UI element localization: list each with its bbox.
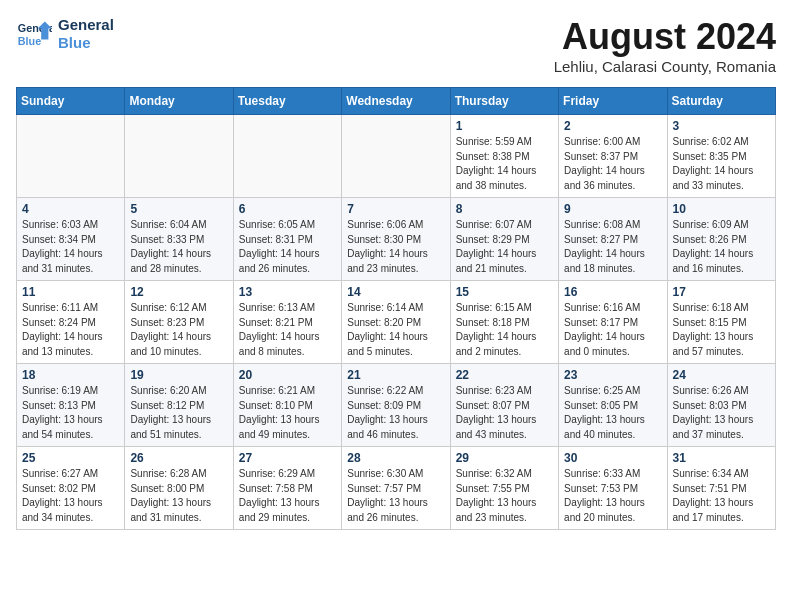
calendar-cell: 5Sunrise: 6:04 AM Sunset: 8:33 PM Daylig… — [125, 198, 233, 281]
day-details: Sunrise: 6:27 AM Sunset: 8:02 PM Dayligh… — [22, 467, 119, 525]
day-number: 2 — [564, 119, 661, 133]
calendar-cell: 22Sunrise: 6:23 AM Sunset: 8:07 PM Dayli… — [450, 364, 558, 447]
calendar-cell: 15Sunrise: 6:15 AM Sunset: 8:18 PM Dayli… — [450, 281, 558, 364]
day-details: Sunrise: 6:00 AM Sunset: 8:37 PM Dayligh… — [564, 135, 661, 193]
day-details: Sunrise: 6:09 AM Sunset: 8:26 PM Dayligh… — [673, 218, 770, 276]
day-number: 13 — [239, 285, 336, 299]
day-details: Sunrise: 6:11 AM Sunset: 8:24 PM Dayligh… — [22, 301, 119, 359]
calendar-cell: 16Sunrise: 6:16 AM Sunset: 8:17 PM Dayli… — [559, 281, 667, 364]
day-details: Sunrise: 6:18 AM Sunset: 8:15 PM Dayligh… — [673, 301, 770, 359]
calendar-body: 1Sunrise: 5:59 AM Sunset: 8:38 PM Daylig… — [17, 115, 776, 530]
day-number: 1 — [456, 119, 553, 133]
logo-text-blue: Blue — [58, 34, 114, 52]
calendar-cell: 30Sunrise: 6:33 AM Sunset: 7:53 PM Dayli… — [559, 447, 667, 530]
calendar-week-1: 1Sunrise: 5:59 AM Sunset: 8:38 PM Daylig… — [17, 115, 776, 198]
day-details: Sunrise: 6:04 AM Sunset: 8:33 PM Dayligh… — [130, 218, 227, 276]
calendar-header: SundayMondayTuesdayWednesdayThursdayFrid… — [17, 88, 776, 115]
calendar-cell: 10Sunrise: 6:09 AM Sunset: 8:26 PM Dayli… — [667, 198, 775, 281]
calendar-cell: 25Sunrise: 6:27 AM Sunset: 8:02 PM Dayli… — [17, 447, 125, 530]
logo: General Blue General Blue — [16, 16, 114, 52]
location-subtitle: Lehliu, Calarasi County, Romania — [554, 58, 776, 75]
day-number: 10 — [673, 202, 770, 216]
calendar-cell: 23Sunrise: 6:25 AM Sunset: 8:05 PM Dayli… — [559, 364, 667, 447]
day-number: 9 — [564, 202, 661, 216]
day-number: 17 — [673, 285, 770, 299]
calendar-cell: 8Sunrise: 6:07 AM Sunset: 8:29 PM Daylig… — [450, 198, 558, 281]
day-number: 20 — [239, 368, 336, 382]
day-details: Sunrise: 6:13 AM Sunset: 8:21 PM Dayligh… — [239, 301, 336, 359]
calendar-cell: 31Sunrise: 6:34 AM Sunset: 7:51 PM Dayli… — [667, 447, 775, 530]
day-details: Sunrise: 6:03 AM Sunset: 8:34 PM Dayligh… — [22, 218, 119, 276]
calendar-cell: 27Sunrise: 6:29 AM Sunset: 7:58 PM Dayli… — [233, 447, 341, 530]
day-details: Sunrise: 6:34 AM Sunset: 7:51 PM Dayligh… — [673, 467, 770, 525]
day-details: Sunrise: 6:32 AM Sunset: 7:55 PM Dayligh… — [456, 467, 553, 525]
calendar-cell: 21Sunrise: 6:22 AM Sunset: 8:09 PM Dayli… — [342, 364, 450, 447]
day-number: 3 — [673, 119, 770, 133]
day-number: 4 — [22, 202, 119, 216]
day-details: Sunrise: 6:29 AM Sunset: 7:58 PM Dayligh… — [239, 467, 336, 525]
calendar-cell: 26Sunrise: 6:28 AM Sunset: 8:00 PM Dayli… — [125, 447, 233, 530]
day-number: 26 — [130, 451, 227, 465]
day-details: Sunrise: 6:15 AM Sunset: 8:18 PM Dayligh… — [456, 301, 553, 359]
calendar-cell: 1Sunrise: 5:59 AM Sunset: 8:38 PM Daylig… — [450, 115, 558, 198]
day-details: Sunrise: 6:23 AM Sunset: 8:07 PM Dayligh… — [456, 384, 553, 442]
calendar-cell — [17, 115, 125, 198]
calendar-cell: 29Sunrise: 6:32 AM Sunset: 7:55 PM Dayli… — [450, 447, 558, 530]
day-number: 18 — [22, 368, 119, 382]
day-number: 14 — [347, 285, 444, 299]
weekday-header-saturday: Saturday — [667, 88, 775, 115]
svg-text:Blue: Blue — [18, 35, 41, 47]
calendar-table: SundayMondayTuesdayWednesdayThursdayFrid… — [16, 87, 776, 530]
day-details: Sunrise: 6:20 AM Sunset: 8:12 PM Dayligh… — [130, 384, 227, 442]
calendar-cell: 2Sunrise: 6:00 AM Sunset: 8:37 PM Daylig… — [559, 115, 667, 198]
day-number: 12 — [130, 285, 227, 299]
day-details: Sunrise: 6:19 AM Sunset: 8:13 PM Dayligh… — [22, 384, 119, 442]
day-details: Sunrise: 6:30 AM Sunset: 7:57 PM Dayligh… — [347, 467, 444, 525]
day-details: Sunrise: 6:21 AM Sunset: 8:10 PM Dayligh… — [239, 384, 336, 442]
day-number: 28 — [347, 451, 444, 465]
calendar-cell: 11Sunrise: 6:11 AM Sunset: 8:24 PM Dayli… — [17, 281, 125, 364]
day-details: Sunrise: 6:06 AM Sunset: 8:30 PM Dayligh… — [347, 218, 444, 276]
calendar-cell: 3Sunrise: 6:02 AM Sunset: 8:35 PM Daylig… — [667, 115, 775, 198]
day-details: Sunrise: 6:22 AM Sunset: 8:09 PM Dayligh… — [347, 384, 444, 442]
calendar-cell — [125, 115, 233, 198]
calendar-cell: 9Sunrise: 6:08 AM Sunset: 8:27 PM Daylig… — [559, 198, 667, 281]
calendar-cell — [342, 115, 450, 198]
page-header: General Blue General Blue August 2024 Le… — [16, 16, 776, 75]
logo-text-general: General — [58, 16, 114, 34]
day-details: Sunrise: 6:02 AM Sunset: 8:35 PM Dayligh… — [673, 135, 770, 193]
day-details: Sunrise: 6:12 AM Sunset: 8:23 PM Dayligh… — [130, 301, 227, 359]
weekday-header-friday: Friday — [559, 88, 667, 115]
weekday-header-sunday: Sunday — [17, 88, 125, 115]
calendar-cell: 14Sunrise: 6:14 AM Sunset: 8:20 PM Dayli… — [342, 281, 450, 364]
logo-icon: General Blue — [16, 16, 52, 52]
calendar-week-3: 11Sunrise: 6:11 AM Sunset: 8:24 PM Dayli… — [17, 281, 776, 364]
calendar-cell — [233, 115, 341, 198]
day-details: Sunrise: 6:26 AM Sunset: 8:03 PM Dayligh… — [673, 384, 770, 442]
calendar-cell: 12Sunrise: 6:12 AM Sunset: 8:23 PM Dayli… — [125, 281, 233, 364]
day-details: Sunrise: 6:16 AM Sunset: 8:17 PM Dayligh… — [564, 301, 661, 359]
calendar-cell: 6Sunrise: 6:05 AM Sunset: 8:31 PM Daylig… — [233, 198, 341, 281]
day-details: Sunrise: 6:14 AM Sunset: 8:20 PM Dayligh… — [347, 301, 444, 359]
weekday-header-monday: Monday — [125, 88, 233, 115]
calendar-week-2: 4Sunrise: 6:03 AM Sunset: 8:34 PM Daylig… — [17, 198, 776, 281]
day-number: 6 — [239, 202, 336, 216]
day-details: Sunrise: 6:05 AM Sunset: 8:31 PM Dayligh… — [239, 218, 336, 276]
day-number: 21 — [347, 368, 444, 382]
day-details: Sunrise: 6:28 AM Sunset: 8:00 PM Dayligh… — [130, 467, 227, 525]
weekday-header-row: SundayMondayTuesdayWednesdayThursdayFrid… — [17, 88, 776, 115]
day-number: 8 — [456, 202, 553, 216]
day-number: 19 — [130, 368, 227, 382]
weekday-header-tuesday: Tuesday — [233, 88, 341, 115]
day-number: 15 — [456, 285, 553, 299]
day-details: Sunrise: 6:08 AM Sunset: 8:27 PM Dayligh… — [564, 218, 661, 276]
calendar-cell: 17Sunrise: 6:18 AM Sunset: 8:15 PM Dayli… — [667, 281, 775, 364]
calendar-cell: 7Sunrise: 6:06 AM Sunset: 8:30 PM Daylig… — [342, 198, 450, 281]
day-number: 16 — [564, 285, 661, 299]
calendar-week-4: 18Sunrise: 6:19 AM Sunset: 8:13 PM Dayli… — [17, 364, 776, 447]
weekday-header-wednesday: Wednesday — [342, 88, 450, 115]
day-number: 29 — [456, 451, 553, 465]
title-block: August 2024 Lehliu, Calarasi County, Rom… — [554, 16, 776, 75]
calendar-cell: 20Sunrise: 6:21 AM Sunset: 8:10 PM Dayli… — [233, 364, 341, 447]
calendar-cell: 4Sunrise: 6:03 AM Sunset: 8:34 PM Daylig… — [17, 198, 125, 281]
